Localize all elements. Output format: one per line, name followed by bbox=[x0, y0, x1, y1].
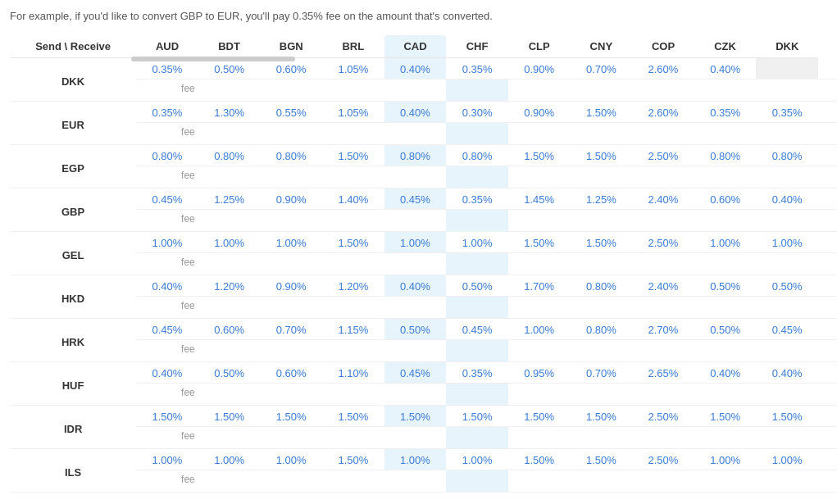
fee-spacer bbox=[260, 340, 322, 362]
fee-spacer bbox=[446, 79, 508, 102]
fee-value: 1.70% bbox=[508, 275, 571, 297]
fee-value: 0.40% bbox=[756, 362, 818, 384]
fee-spacer bbox=[384, 79, 447, 102]
currency-label: GBP bbox=[10, 188, 136, 232]
fee-value: 0.50% bbox=[694, 319, 757, 340]
fee-spacer bbox=[756, 297, 818, 319]
fee-value: 1.00% bbox=[508, 319, 571, 340]
fee-value: 0.35% bbox=[694, 102, 757, 123]
fee-spacer bbox=[198, 166, 261, 188]
fee-spacer bbox=[260, 427, 322, 449]
fee-value: 1.00% bbox=[756, 449, 818, 470]
fee-table: Send \ Receive AUD BDT BGN BRL CAD CHF C… bbox=[10, 35, 837, 493]
fee-spacer bbox=[446, 210, 508, 232]
fee-value: 1.00% bbox=[694, 449, 757, 470]
fee-value: 1.00% bbox=[694, 232, 757, 253]
fee-spacer bbox=[384, 123, 447, 145]
fee-spacer bbox=[322, 210, 384, 232]
fee-spacer bbox=[198, 79, 261, 102]
fee-value: 1.00% bbox=[756, 232, 818, 253]
fee-label: fee bbox=[136, 470, 198, 493]
fee-value: 0.80% bbox=[571, 275, 633, 297]
col-header-bdt: BDT bbox=[198, 35, 261, 58]
col-header-chf: CHF bbox=[446, 35, 508, 58]
fee-spacer bbox=[818, 470, 837, 493]
col-header-cop: COP bbox=[632, 35, 694, 58]
fee-value: 0.60% bbox=[198, 319, 261, 340]
fee-label: fee bbox=[136, 123, 198, 145]
fee-spacer bbox=[694, 384, 757, 406]
fee-spacer bbox=[508, 253, 571, 275]
fee-spacer bbox=[571, 166, 633, 188]
fee-value: 1.40% bbox=[322, 188, 384, 210]
fee-value: 0.70% bbox=[571, 58, 633, 79]
fee-spacer bbox=[632, 340, 694, 362]
fee-value: 1.30% bbox=[198, 102, 261, 123]
fee-spacer bbox=[384, 427, 447, 449]
fee-value: 0.45% bbox=[384, 188, 447, 210]
table-header-row: Send \ Receive AUD BDT BGN BRL CAD CHF C… bbox=[10, 35, 837, 58]
fee-spacer bbox=[508, 384, 571, 406]
fee-spacer bbox=[198, 340, 261, 362]
fee-spacer bbox=[198, 384, 261, 406]
fee-spacer bbox=[446, 340, 508, 362]
fee-spacer bbox=[260, 123, 322, 145]
fee-value: 1.00% bbox=[260, 232, 322, 253]
fee-value: 0.80% bbox=[198, 145, 261, 166]
fee-spacer bbox=[260, 297, 322, 319]
fee-value: 0.80% bbox=[756, 145, 818, 166]
fee-label: fee bbox=[136, 384, 198, 406]
fee-value: 0.80% bbox=[136, 145, 198, 166]
fee-spacer bbox=[694, 470, 757, 493]
fee-value: 1.50% bbox=[508, 406, 571, 427]
fee-spacer bbox=[446, 166, 508, 188]
fee-value: 1.00% bbox=[384, 449, 447, 470]
intro-text: For example, if you'd like to convert GB… bbox=[10, 10, 584, 22]
fee-value: 2.60% bbox=[632, 102, 694, 123]
fee-value: 0.45% bbox=[756, 319, 818, 340]
fee-spacer bbox=[571, 210, 633, 232]
table-row: HUF0.40%0.50%0.60%1.10%0.45%0.35%0.95%0.… bbox=[10, 362, 837, 384]
fee-spacer bbox=[260, 253, 322, 275]
fee-value: 0.40% bbox=[136, 275, 198, 297]
fee-spacer bbox=[322, 297, 384, 319]
fee-value: 2.40% bbox=[632, 188, 694, 210]
fee-spacer bbox=[322, 123, 384, 145]
fee-spacer bbox=[632, 123, 694, 145]
fee-spacer bbox=[818, 79, 837, 102]
fee-spacer bbox=[322, 79, 384, 102]
fee-value: 0.80% bbox=[446, 145, 508, 166]
fee-value: 2.50% bbox=[632, 232, 694, 253]
fee-value: 1.05% bbox=[322, 102, 384, 123]
fee-spacer bbox=[571, 253, 633, 275]
fee-spacer bbox=[818, 123, 837, 145]
col-header-cny: CNY bbox=[571, 35, 633, 58]
fee-value: 0.35% bbox=[136, 102, 198, 123]
fee-spacer bbox=[260, 166, 322, 188]
fee-spacer bbox=[446, 470, 508, 493]
fee-label: fee bbox=[136, 79, 198, 102]
fee-spacer bbox=[818, 210, 837, 232]
currency-label: HKD bbox=[10, 275, 136, 319]
col-header-dkk: DKK bbox=[756, 35, 818, 58]
fee-value: 0.40% bbox=[756, 188, 818, 210]
fee-spacer bbox=[384, 210, 447, 232]
fee-spacer bbox=[694, 210, 757, 232]
fee-spacer bbox=[198, 297, 261, 319]
currency-label: EUR bbox=[10, 102, 136, 145]
fee-spacer bbox=[508, 166, 571, 188]
fee-spacer bbox=[818, 340, 837, 362]
fee-value: 2.70% bbox=[632, 319, 694, 340]
currency-label: HRK bbox=[10, 319, 136, 362]
fee-spacer bbox=[508, 123, 571, 145]
fee-value: 1.50% bbox=[571, 406, 633, 427]
fee-spacer bbox=[260, 384, 322, 406]
horizontal-scrollbar[interactable] bbox=[131, 57, 295, 61]
table-row: GBP0.45%1.25%0.90%1.40%0.45%0.35%1.45%1.… bbox=[10, 188, 837, 210]
fee-value: 0.40% bbox=[384, 102, 447, 123]
fee-label: fee bbox=[136, 210, 198, 232]
fee-spacer bbox=[384, 297, 447, 319]
fee-value: 0.90% bbox=[260, 275, 322, 297]
fee-spacer bbox=[198, 210, 261, 232]
fee-label: fee bbox=[136, 166, 198, 188]
